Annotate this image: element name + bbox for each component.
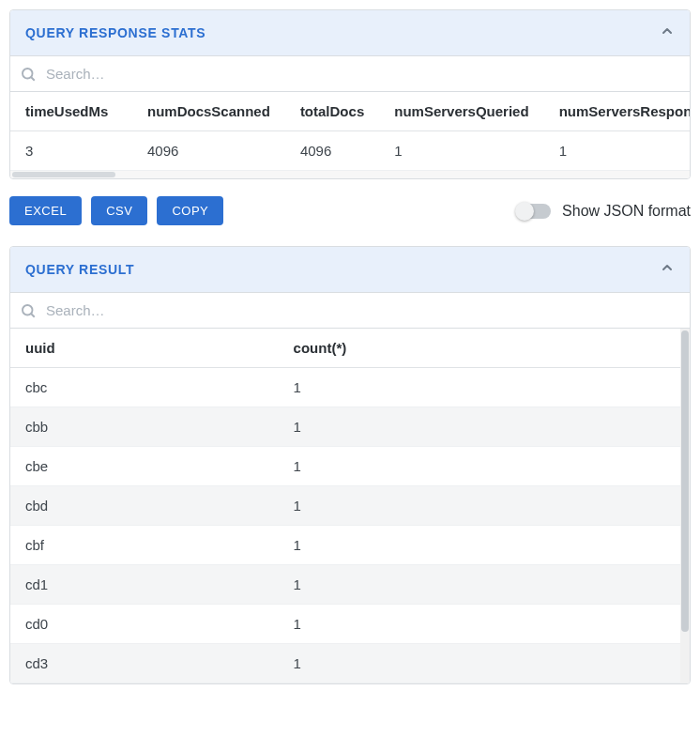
col-totalDocs[interactable]: totalDocs xyxy=(285,92,379,131)
vertical-scrollbar[interactable] xyxy=(680,329,690,683)
result-panel-title: QUERY RESULT xyxy=(25,262,134,277)
cell-timeUsedMs: 3 xyxy=(10,131,132,171)
cell-uuid: cbd xyxy=(10,486,279,526)
cell-uuid: cd3 xyxy=(10,644,279,683)
stats-table: timeUsedMs numDocsScanned totalDocs numS… xyxy=(10,92,691,171)
stats-panel-header[interactable]: QUERY RESPONSE STATS xyxy=(10,10,690,55)
svg-line-1 xyxy=(31,77,35,81)
col-numServersQueried[interactable]: numServersQueried xyxy=(379,92,543,131)
result-panel-header[interactable]: QUERY RESULT xyxy=(10,247,690,292)
cell-count: 1 xyxy=(279,565,680,605)
excel-button[interactable]: EXCEL xyxy=(9,196,82,225)
cell-count: 1 xyxy=(279,368,680,407)
result-container: uuid count(*) cbc1cbb1cbe1cbd1cbf1cd11cd… xyxy=(10,329,690,683)
cell-uuid: cbc xyxy=(10,368,279,407)
svg-line-3 xyxy=(31,314,35,317)
table-row: cd11 xyxy=(10,565,680,605)
table-row: cbc1 xyxy=(10,368,680,407)
table-row: cbd1 xyxy=(10,486,680,526)
json-toggle-label: Show JSON format xyxy=(562,203,691,220)
stats-search-bar xyxy=(10,55,690,92)
result-table-wrap: uuid count(*) cbc1cbb1cbe1cbd1cbf1cd11cd… xyxy=(10,329,680,683)
export-toolbar: EXCEL CSV COPY Show JSON format xyxy=(9,196,691,225)
cell-count: 1 xyxy=(279,447,680,486)
result-header-row: uuid count(*) xyxy=(10,329,680,368)
table-row: cd01 xyxy=(10,605,680,644)
json-toggle-wrap: Show JSON format xyxy=(517,203,691,220)
scrollbar-thumb[interactable] xyxy=(12,172,115,177)
horizontal-scrollbar[interactable] xyxy=(10,171,690,178)
cell-uuid: cbb xyxy=(10,407,279,447)
copy-button[interactable]: COPY xyxy=(157,196,223,225)
result-search-input[interactable] xyxy=(40,299,680,322)
table-row: 3 4096 4096 1 1 xyxy=(10,131,691,171)
json-format-toggle[interactable] xyxy=(517,204,551,219)
stats-table-wrap: timeUsedMs numDocsScanned totalDocs numS… xyxy=(10,92,690,178)
table-row: cbe1 xyxy=(10,447,680,486)
col-numDocsScanned[interactable]: numDocsScanned xyxy=(132,92,285,131)
cell-count: 1 xyxy=(279,486,680,526)
table-row: cbb1 xyxy=(10,407,680,447)
export-button-group: EXCEL CSV COPY xyxy=(9,196,223,225)
cell-numDocsScanned: 4096 xyxy=(132,131,285,171)
cell-uuid: cd1 xyxy=(10,565,279,605)
cell-count: 1 xyxy=(279,526,680,565)
toggle-knob xyxy=(515,202,534,221)
cell-numServersQueried: 1 xyxy=(379,131,543,171)
chevron-up-icon xyxy=(660,23,675,42)
cell-count: 1 xyxy=(279,644,680,683)
cell-count: 1 xyxy=(279,605,680,644)
cell-numServersResponded: 1 xyxy=(544,131,691,171)
cell-uuid: cd0 xyxy=(10,605,279,644)
col-timeUsedMs[interactable]: timeUsedMs xyxy=(10,92,132,131)
table-row: cbf1 xyxy=(10,526,680,565)
result-panel: QUERY RESULT uuid count(*) cbc1cbb1cbe1c… xyxy=(9,246,691,684)
cell-uuid: cbe xyxy=(10,447,279,486)
col-uuid[interactable]: uuid xyxy=(10,329,279,368)
cell-uuid: cbf xyxy=(10,526,279,565)
search-icon xyxy=(20,302,37,319)
csv-button[interactable]: CSV xyxy=(91,196,147,225)
stats-header-row: timeUsedMs numDocsScanned totalDocs numS… xyxy=(10,92,691,131)
result-table: uuid count(*) cbc1cbb1cbe1cbd1cbf1cd11cd… xyxy=(10,329,680,683)
cell-count: 1 xyxy=(279,407,680,447)
col-numServersResponded[interactable]: numServersResponded xyxy=(544,92,691,131)
result-search-bar xyxy=(10,292,690,329)
stats-search-input[interactable] xyxy=(40,62,680,85)
svg-point-2 xyxy=(23,305,33,315)
stats-panel: QUERY RESPONSE STATS timeUsedMs numDocsS… xyxy=(9,9,691,179)
svg-point-0 xyxy=(23,69,33,79)
chevron-up-icon xyxy=(660,260,675,279)
scrollbar-thumb[interactable] xyxy=(681,330,689,632)
col-count[interactable]: count(*) xyxy=(279,329,680,368)
cell-totalDocs: 4096 xyxy=(285,131,379,171)
stats-panel-title: QUERY RESPONSE STATS xyxy=(25,25,205,40)
table-row: cd31 xyxy=(10,644,680,683)
search-icon xyxy=(20,66,37,83)
